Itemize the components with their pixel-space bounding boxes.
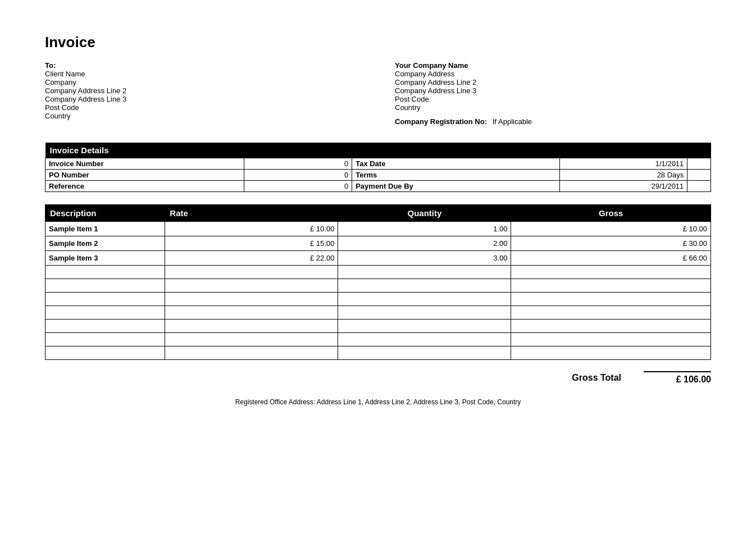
payment-due-value: 29/1/2011 (560, 181, 687, 192)
client-post-code: Post Code (45, 103, 361, 112)
item-description: Sample Item 2 (45, 236, 165, 251)
payment-due-label: Payment Due By (352, 181, 560, 192)
empty-row (45, 293, 711, 306)
company-address-line3: Company Address Line 3 (395, 86, 711, 95)
bill-to-label: To: (45, 61, 361, 70)
empty-row (45, 279, 711, 293)
company-address-line2: Company Address Line 2 (395, 78, 711, 86)
client-address-line2: Company Address Line 2 (45, 86, 361, 95)
table-row: Sample Item 3 £ 22.00 3.00 £ 66.00 (45, 251, 711, 266)
table-row: Sample Item 2 £ 15.00 2.00 £ 30.00 (45, 236, 711, 251)
invoice-details-table: Invoice Details Invoice Number 0 Tax Dat… (45, 143, 711, 192)
your-company-section: Your Company Name Company Address Compan… (361, 61, 711, 126)
client-name: Client Name (45, 70, 361, 78)
invoice-number-label: Invoice Number (45, 158, 244, 170)
company-reg-row: Company Registration No: If Applicable (395, 117, 711, 126)
reference-label: Reference (45, 181, 244, 192)
item-gross: £ 30.00 (511, 236, 711, 251)
company-address: Company Address (395, 70, 711, 78)
item-quantity: 2.00 (338, 236, 511, 251)
item-rate: £ 22.00 (165, 251, 338, 266)
gross-total-section: Gross Total £ 106.00 (45, 371, 711, 385)
company-reg-value: If Applicable (493, 117, 532, 126)
item-quantity: 1.00 (338, 222, 511, 236)
item-gross: £ 66.00 (511, 251, 711, 266)
empty-row (45, 266, 711, 279)
empty-row (45, 306, 711, 320)
reference-value: 0 (244, 181, 352, 192)
table-row: Sample Item 1 £ 10.00 1.00 £ 10.00 (45, 222, 711, 236)
item-quantity: 3.00 (338, 251, 511, 266)
po-number-label: PO Number (45, 170, 244, 181)
col-header-description: Description (45, 205, 165, 222)
company-name: Your Company Name (395, 61, 711, 70)
client-company: Company (45, 78, 361, 86)
items-table: Description Rate Quantity Gross Sample I… (45, 204, 711, 360)
company-post-code: Post Code (395, 95, 711, 103)
item-rate: £ 10.00 (165, 222, 338, 236)
item-description: Sample Item 3 (45, 251, 165, 266)
company-reg-label: Company Registration No: (395, 117, 487, 126)
empty-row (45, 333, 711, 346)
po-number-value: 0 (244, 170, 352, 181)
company-country: Country (395, 103, 711, 112)
col-header-rate: Rate (165, 205, 338, 222)
client-address-line3: Company Address Line 3 (45, 95, 361, 103)
items-header-row: Description Rate Quantity Gross (45, 205, 711, 222)
bill-to-section: To: Client Name Company Company Address … (45, 61, 361, 126)
tax-date-label: Tax Date (352, 158, 560, 170)
invoice-details-header: Invoice Details (45, 143, 711, 158)
empty-row (45, 320, 711, 333)
col-header-gross: Gross (511, 205, 711, 222)
item-gross: £ 10.00 (511, 222, 711, 236)
invoice-title: Invoice (45, 34, 711, 51)
terms-label: Terms (352, 170, 560, 181)
footer-text: Registered Office Address: Address Line … (45, 398, 711, 406)
invoice-number-value: 0 (244, 158, 352, 170)
empty-row (45, 346, 711, 360)
gross-total-value: £ 106.00 (644, 371, 711, 385)
gross-total-label: Gross Total (572, 373, 621, 383)
tax-date-value: 1/1/2011 (560, 158, 687, 170)
item-description: Sample Item 1 (45, 222, 165, 236)
client-country: Country (45, 112, 361, 120)
item-rate: £ 15.00 (165, 236, 338, 251)
header-section: To: Client Name Company Company Address … (45, 61, 711, 126)
terms-value: 28 Days (560, 170, 687, 181)
col-header-quantity: Quantity (338, 205, 511, 222)
